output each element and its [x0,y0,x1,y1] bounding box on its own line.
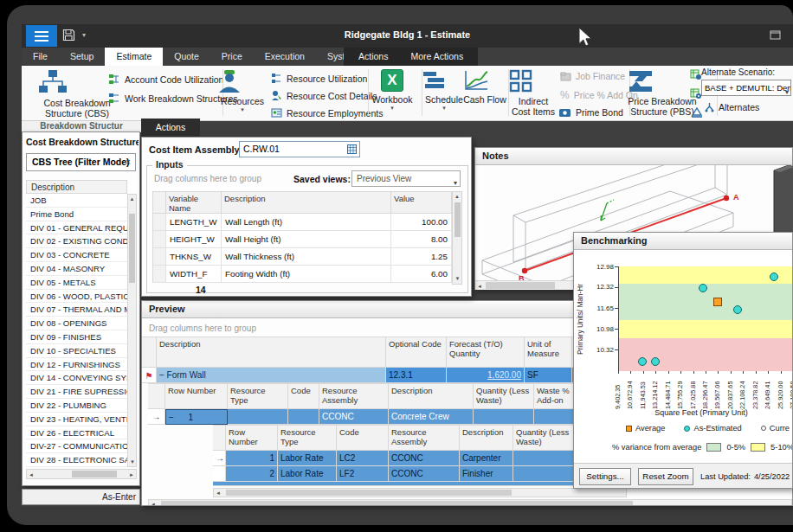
menu-item-execution[interactable]: Execution [254,48,316,66]
variable-name-cell[interactable]: WIDTH_F [166,266,222,283]
pbs-mini-tool-2[interactable] [690,88,702,99]
cbs-tree-item[interactable]: JOB [26,194,127,208]
pbs-mini-tool-1[interactable] [690,69,702,80]
workbook-button[interactable]: X Workbook ▾ [368,69,416,111]
close-icon[interactable]: × [126,154,131,170]
scrollbar-thumb[interactable] [161,501,633,506]
schedule-button[interactable]: Schedule ▾ [422,69,467,111]
optional-code-cell[interactable]: 12.3.1 [386,368,447,383]
cbs-tree-item[interactable]: DIV 28 - ELECTRONIC SAFET... [26,453,127,467]
scroll-left-icon[interactable]: ◄ [151,500,156,506]
scroll-up-icon[interactable]: ▲ [128,195,136,203]
crew-code-cell[interactable] [288,409,319,425]
l2-column-header-resource-type[interactable]: Resource Type [278,425,337,451]
menu-item-quote[interactable]: Quote [163,48,210,66]
value-cell[interactable]: 1.25 [391,248,452,266]
resource-type-cell[interactable]: Labor Rate [278,466,337,482]
crew-description-cell[interactable]: Concrete Crew [389,409,474,425]
scroll-down-icon[interactable]: ▼ [130,458,135,466]
menu-item-actions[interactable]: Actions [347,48,399,66]
inputs-column-header-description[interactable]: Description [222,191,391,214]
inputs-vertical-scrollbar[interactable]: ▲ ▼ [452,191,462,285]
resource-row-number-cell[interactable]: 1 [226,451,278,466]
crew-row-number-cell[interactable]: − 1 [165,409,228,425]
cbs-tree-item[interactable]: DIV 21 - FIRE SUPRESSION [26,385,127,399]
cbs-button[interactable]: Cost Breakdown Structure (CBS) [37,69,117,119]
resources-button[interactable]: Resources ▾ [216,69,268,112]
forecast-quantity-link[interactable]: 1,620.00 [447,368,525,383]
pbs-mini-tool-3[interactable] [691,107,703,118]
variable-name-cell[interactable]: HEIGHT_W [166,231,222,248]
l2-column-header-code[interactable]: Code [337,425,389,451]
cbs-tree-item[interactable]: DIV 06 - WOOD, PLASTICS a... [26,290,127,304]
account-code-utilization-button[interactable]: Account Code Utilization [108,74,223,85]
resource-utilization-button[interactable]: Resource Utilization [271,73,367,84]
resource-description-cell[interactable]: Finisher [460,466,513,482]
l1-column-header-resource-type[interactable]: Resource Type [228,383,288,409]
variable-name-cell[interactable]: THKNS_W [166,248,222,266]
value-cell[interactable]: 8.00 [391,231,452,248]
description-cell[interactable]: Footing Width (ft) [222,266,391,283]
scroll-up-icon[interactable]: ▲ [453,192,461,201]
value-cell[interactable]: 6.00 [391,266,452,283]
saved-views-select[interactable]: Previous View ▾ [351,170,461,187]
cbs-horizontal-scrollbar[interactable]: ◄ ► [26,469,137,479]
menu-item-price[interactable]: Price [210,48,254,66]
outer-horizontal-scrollbar[interactable]: ◄ [148,499,792,506]
l2-column-header-resource-assembly[interactable]: Resource Assembly [389,425,460,451]
cbs-tree-item[interactable]: DIV 03 - CONCRETE [26,248,127,262]
scroll-left-icon[interactable]: ◄ [29,471,34,479]
scroll-left-icon[interactable]: ◄ [477,282,482,291]
window-restore-icon[interactable] [770,30,781,40]
l1-column-header-row-number[interactable]: Row Number [165,383,228,409]
l1-column-header-quantity-less-waste[interactable]: Quantity (Less Waste) [474,383,534,409]
resource-code-cell[interactable]: LC2 [337,451,389,466]
cash-flow-button[interactable]: Cash Flow [463,69,506,105]
cbs-tree-item[interactable]: DIV 10 - SPECIALTIES [26,344,127,358]
preview-column-header-description[interactable]: Description [157,337,386,368]
cbs-tree-item[interactable]: DIV 08 - OPENINGS [26,317,127,330]
preview-column-header-optional-code[interactable]: Optional Code [386,337,447,368]
inner-horizontal-scrollbar[interactable]: ◄ [213,488,627,497]
scrollbar-thumb[interactable] [72,471,117,478]
cbs-tree-item[interactable]: DIV 05 - METALS [26,276,127,290]
cbs-tree-item[interactable]: DIV 04 - MASONRY [26,262,127,276]
scroll-down-icon[interactable]: ▼ [455,274,461,283]
form-wall-row[interactable]: − Form Wall [157,368,386,383]
cost-item-assembly-input[interactable]: C.RW.01 [239,141,360,157]
reset-zoom-button[interactable]: Reset Zoom [638,468,693,485]
menu-item-more-actions[interactable]: More Actions [399,48,474,66]
scrollbar-thumb[interactable] [455,202,461,237]
crew-resource-type-cell[interactable] [228,409,288,425]
description-cell[interactable]: Wall Length (ft) [222,214,391,231]
assembly-picker-icon[interactable] [347,144,357,154]
settings-button[interactable]: Settings... [579,468,631,485]
l1-column-header-description[interactable]: Description [389,383,474,409]
alternates-button[interactable]: Alternates [705,102,759,112]
scrollbar-thumb[interactable] [226,490,512,496]
resource-quantity-cell[interactable] [513,466,576,482]
cbs-tree-item[interactable]: DIV 02 - EXISTING CONDITI... [26,234,127,248]
l1-column-header-resource-assembly[interactable]: Resource Assembly [319,383,389,409]
resource-description-cell[interactable]: Carpenter ... [460,451,513,466]
prime-bond-button[interactable]: Prime Bond [558,107,623,118]
cbs-tree-item[interactable]: DIV 14 - CONVEYING SYSTEMS [26,371,127,385]
scroll-left-icon[interactable]: ◄ [216,489,221,497]
cbs-tree-item[interactable]: DIV 07 - THERMAL AND MOI... [26,303,127,317]
l2-column-header-row-number[interactable]: Row Number [226,425,278,451]
pbs-button[interactable]: Price Breakdown Structure (PBS) [626,69,699,117]
scrollbar-thumb[interactable] [486,282,555,289]
cbs-tree-tab[interactable]: CBS Tree (Filter Mode) × [26,153,136,171]
menu-item-estimate[interactable]: Estimate [105,48,163,66]
l1-column-header-waste-add-on[interactable]: Waste % Add-on [534,383,576,409]
cbs-description-column-header[interactable]: Description [26,180,127,194]
cbs-tree-item[interactable]: DIV-27 - COMMUNICATIONS [26,439,127,453]
resource-row-number-cell[interactable]: 2 [226,466,278,482]
resource-quantity-cell[interactable] [513,451,576,466]
resource-employments-button[interactable]: Resource Employments [271,107,383,119]
l1-column-header-code[interactable]: Code [288,383,319,409]
value-cell[interactable]: 100.00 [391,214,452,231]
cbs-tree-item[interactable]: DIV 09 - FINISHES [26,330,127,344]
preview-column-header-forecast-t-o-quantity[interactable]: Forecast (T/O) Quantity [447,337,525,368]
cbs-tree-item[interactable]: DIV 12 - FURNISHINGS [26,358,127,372]
